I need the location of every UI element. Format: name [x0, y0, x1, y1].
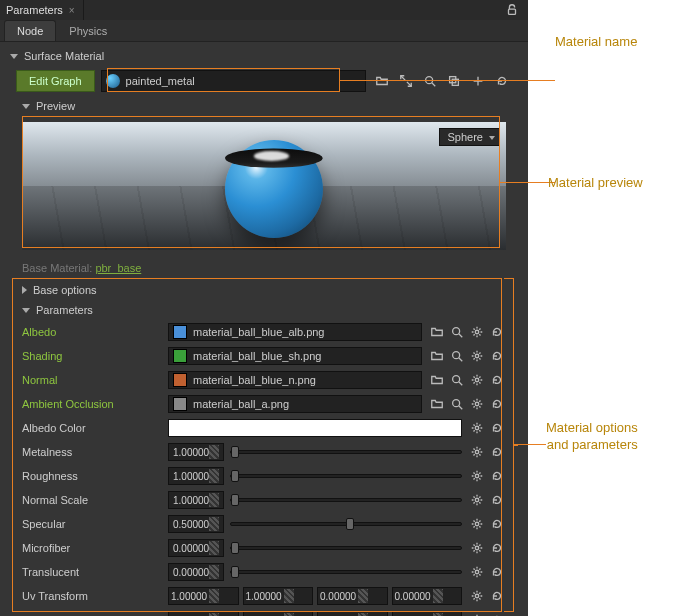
slider-thumb[interactable]: [231, 446, 239, 458]
gear-icon[interactable]: [468, 467, 486, 485]
preview-header[interactable]: Preview: [0, 96, 528, 116]
close-icon[interactable]: ×: [69, 5, 75, 16]
svg-point-5: [475, 330, 479, 334]
folder-icon[interactable]: [428, 323, 446, 341]
base-options-header[interactable]: Base options: [0, 280, 528, 300]
gear-icon[interactable]: [468, 395, 486, 413]
texture-field[interactable]: material_ball_blue_alb.png: [168, 323, 422, 341]
gear-icon[interactable]: [468, 563, 486, 581]
texture-field[interactable]: material_ball_blue_n.png: [168, 371, 422, 389]
reset-icon[interactable]: [488, 443, 506, 461]
numeric-input[interactable]: 0.00000: [317, 587, 388, 605]
reset-icon[interactable]: [488, 587, 506, 605]
search-icon[interactable]: [448, 347, 466, 365]
base-material-link[interactable]: pbr_base: [95, 262, 141, 274]
slider-thumb[interactable]: [231, 566, 239, 578]
slider-thumb[interactable]: [231, 470, 239, 482]
numeric-input[interactable]: 1.00000: [168, 467, 224, 485]
svg-point-8: [453, 376, 460, 383]
texture-field[interactable]: material_ball_a.png: [168, 395, 422, 413]
gear-icon[interactable]: [468, 371, 486, 389]
slider[interactable]: [230, 498, 462, 502]
material-toolbar: [372, 71, 512, 91]
reset-icon[interactable]: [488, 539, 506, 557]
folder-icon[interactable]: [372, 71, 392, 91]
gear-icon[interactable]: [468, 347, 486, 365]
numeric-input[interactable]: 0.00000: [168, 563, 224, 581]
slider[interactable]: [230, 474, 462, 478]
svg-point-17: [475, 546, 479, 550]
numeric-input[interactable]: 1.00000: [168, 443, 224, 461]
expand-icon[interactable]: [396, 71, 416, 91]
reset-icon[interactable]: [488, 611, 506, 616]
clone-icon[interactable]: [444, 71, 464, 91]
gear-icon[interactable]: [468, 611, 486, 616]
slider[interactable]: [230, 522, 462, 526]
reset-icon[interactable]: [488, 371, 506, 389]
texture-thumb-icon: [173, 349, 187, 363]
parameters-header[interactable]: Parameters: [0, 300, 528, 320]
slider-thumb[interactable]: [231, 494, 239, 506]
numeric-input[interactable]: 0.50000: [168, 515, 224, 533]
numeric-input[interactable]: 1.00000: [243, 611, 314, 616]
texture-field[interactable]: material_ball_blue_sh.png: [168, 347, 422, 365]
numeric-input[interactable]: 0.00000: [392, 611, 463, 616]
param-label: Roughness: [22, 470, 162, 482]
gear-icon[interactable]: [468, 323, 486, 341]
tabs: Node Physics: [0, 20, 528, 42]
numeric-input[interactable]: 1.00000: [168, 611, 239, 616]
folder-icon[interactable]: [428, 347, 446, 365]
add-icon[interactable]: [468, 71, 488, 91]
material-name-field[interactable]: [101, 70, 366, 92]
reset-icon[interactable]: [488, 347, 506, 365]
numeric-input[interactable]: 0.00000: [392, 587, 463, 605]
preview-viewport[interactable]: Sphere: [22, 122, 506, 250]
numeric-input[interactable]: 0.00000: [168, 539, 224, 557]
preview-shape-select[interactable]: Sphere: [439, 128, 500, 146]
lock-icon[interactable]: [502, 0, 522, 20]
caret-down-icon: [22, 104, 30, 109]
numeric-input[interactable]: 1.00000: [168, 491, 224, 509]
gear-icon[interactable]: [468, 443, 486, 461]
slider[interactable]: [230, 570, 462, 574]
search-icon[interactable]: [448, 371, 466, 389]
reset-icon[interactable]: [488, 467, 506, 485]
tab-physics[interactable]: Physics: [56, 20, 120, 41]
slider-thumb[interactable]: [231, 542, 239, 554]
svg-point-11: [475, 402, 479, 406]
numeric-input[interactable]: 0.00000: [317, 611, 388, 616]
slider[interactable]: [230, 546, 462, 550]
reset-icon[interactable]: [488, 419, 506, 437]
reset-icon[interactable]: [492, 71, 512, 91]
search-icon[interactable]: [420, 71, 440, 91]
gear-icon[interactable]: [468, 419, 486, 437]
reset-icon[interactable]: [488, 323, 506, 341]
color-swatch[interactable]: [168, 419, 462, 437]
numeric-input[interactable]: 1.00000: [243, 587, 314, 605]
material-name-input[interactable]: [126, 75, 361, 87]
numeric-input[interactable]: 1.00000: [168, 587, 239, 605]
texture-filename: material_ball_blue_n.png: [193, 374, 316, 386]
gear-icon[interactable]: [468, 539, 486, 557]
gear-icon[interactable]: [468, 515, 486, 533]
gear-icon[interactable]: [468, 491, 486, 509]
folder-icon[interactable]: [428, 371, 446, 389]
edit-graph-button[interactable]: Edit Graph: [16, 70, 95, 92]
search-icon[interactable]: [448, 323, 466, 341]
param-label: Albedo Color: [22, 422, 162, 434]
param-label: Uv Transform: [22, 590, 162, 602]
reset-icon[interactable]: [488, 563, 506, 581]
tab-node[interactable]: Node: [4, 20, 56, 41]
surface-material-header[interactable]: Surface Material: [0, 46, 528, 66]
reset-icon[interactable]: [488, 395, 506, 413]
svg-point-7: [475, 354, 479, 358]
base-material-label: Base Material:: [22, 262, 92, 274]
search-icon[interactable]: [448, 395, 466, 413]
gear-icon[interactable]: [468, 587, 486, 605]
folder-icon[interactable]: [428, 395, 446, 413]
reset-icon[interactable]: [488, 515, 506, 533]
reset-icon[interactable]: [488, 491, 506, 509]
slider-thumb[interactable]: [346, 518, 354, 530]
panel-title-tab[interactable]: Parameters ×: [6, 0, 84, 20]
slider[interactable]: [230, 450, 462, 454]
